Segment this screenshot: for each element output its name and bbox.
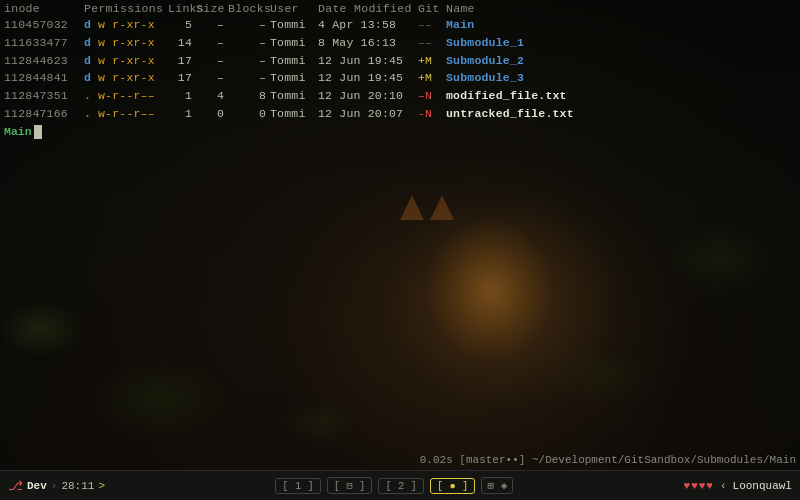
cell-date: 12 Jun 20:10 <box>318 87 418 105</box>
table-row: 112844841 d w r-xr-x 17 – – Tommi 12 Jun… <box>4 69 796 87</box>
cell-blocks: – <box>228 69 270 87</box>
cell-git: –– <box>418 34 446 52</box>
cell-links: 1 <box>168 105 196 123</box>
cell-size: – <box>196 69 228 87</box>
cell-perm: w r-xr-x <box>98 69 168 87</box>
branch-time: 28:11 <box>61 480 94 492</box>
cell-blocks: 0 <box>228 105 270 123</box>
cell-user: Tommi <box>270 87 318 105</box>
col-header-user: User <box>270 2 318 15</box>
cell-inode: 112844623 <box>4 52 84 70</box>
status-pill-1[interactable]: [ 1 ] <box>275 478 321 494</box>
cell-name: Main <box>446 16 474 34</box>
col-header-name: Name <box>446 2 475 15</box>
cell-type: d <box>84 34 98 52</box>
col-header-size: Size <box>196 2 228 15</box>
cell-blocks: – <box>228 52 270 70</box>
cell-git: +M <box>418 69 446 87</box>
col-header-git: Git <box>418 2 446 15</box>
branch-separator: › <box>51 480 58 492</box>
branch-icon: ⎇ <box>8 478 23 494</box>
cell-perm: w r-xr-x <box>98 34 168 52</box>
hearts-indicator: ♥♥♥♥ <box>684 480 714 492</box>
cell-user: Tommi <box>270 105 318 123</box>
cell-blocks: – <box>228 34 270 52</box>
cell-size: 0 <box>196 105 228 123</box>
cell-size: – <box>196 16 228 34</box>
col-header-links: Links <box>168 2 196 15</box>
terminal-content: inode Permissions Links Size Blocks User… <box>0 0 800 470</box>
status-bar-center: [ 1 ] [ ⊟ ] [ 2 ] [ ● ] ⊞ ◈ <box>275 477 513 494</box>
cell-inode: 112847351 <box>4 87 84 105</box>
branch-info: ⎇ Dev › 28:11 > <box>8 478 105 494</box>
cell-size: 4 <box>196 87 228 105</box>
cell-type: d <box>84 52 98 70</box>
status-bar-left: ⎇ Dev › 28:11 > <box>8 478 105 494</box>
cell-inode: 110457032 <box>4 16 84 34</box>
table-row: 112844623 d w r-xr-x 17 – – Tommi 12 Jun… <box>4 52 796 70</box>
cell-name: Submodule_1 <box>446 34 524 52</box>
table-header: inode Permissions Links Size Blocks User… <box>4 2 796 15</box>
table-row: 111633477 d w r-xr-x 14 – – Tommi 8 May … <box>4 34 796 52</box>
cell-name: Submodule_2 <box>446 52 524 70</box>
cell-links: 17 <box>168 69 196 87</box>
table-row: 112847166 . w-r--r–– 1 0 0 Tommi 12 Jun … <box>4 105 796 123</box>
hostname: Loonquawl <box>733 480 792 492</box>
col-header-blocks: Blocks <box>228 2 270 15</box>
cell-user: Tommi <box>270 16 318 34</box>
cell-user: Tommi <box>270 69 318 87</box>
cell-perm: w r-xr-x <box>98 16 168 34</box>
branch-arrow: > <box>98 480 105 492</box>
cell-user: Tommi <box>270 34 318 52</box>
cell-name: untracked_file.txt <box>446 105 574 123</box>
table-row: 110457032 d w r-xr-x 5 – – Tommi 4 Apr 1… <box>4 16 796 34</box>
cell-git: -N <box>418 105 446 123</box>
table-row: 112847351 . w-r--r–– 1 4 8 Tommi 12 Jun … <box>4 87 796 105</box>
status-pill-3[interactable]: [ 2 ] <box>378 478 424 494</box>
col-header-inode: inode <box>4 2 84 15</box>
cell-git: –N <box>418 87 446 105</box>
cell-size: – <box>196 52 228 70</box>
file-table-body: 110457032 d w r-xr-x 5 – – Tommi 4 Apr 1… <box>4 16 796 123</box>
cell-size: – <box>196 34 228 52</box>
cell-inode: 112844841 <box>4 69 84 87</box>
status-icon-group[interactable]: ⊞ ◈ <box>481 477 513 494</box>
prompt-directory: Main <box>4 125 32 138</box>
cell-type: . <box>84 105 98 123</box>
cell-links: 14 <box>168 34 196 52</box>
prompt-line: Main <box>4 125 796 139</box>
cell-date: 12 Jun 19:45 <box>318 52 418 70</box>
status-pill-4[interactable]: [ ● ] <box>430 478 476 494</box>
cell-name: modified_file.txt <box>446 87 567 105</box>
cell-date: 12 Jun 20:07 <box>318 105 418 123</box>
cell-git: –– <box>418 16 446 34</box>
col-header-date: Date Modified <box>318 2 418 15</box>
cell-git: +M <box>418 52 446 70</box>
cell-user: Tommi <box>270 52 318 70</box>
branch-name: Dev <box>27 480 47 492</box>
cell-date: 4 Apr 13:58 <box>318 16 418 34</box>
cell-name: Submodule_3 <box>446 69 524 87</box>
cell-links: 17 <box>168 52 196 70</box>
cell-type: d <box>84 69 98 87</box>
cell-links: 1 <box>168 87 196 105</box>
col-header-permissions: Permissions <box>84 2 168 15</box>
path-info-text: 0.02s [master••] ~/Development/GitSandbo… <box>420 454 796 466</box>
status-chevron: ‹ <box>720 480 727 492</box>
cell-perm: w-r--r–– <box>98 105 168 123</box>
cell-inode: 111633477 <box>4 34 84 52</box>
cell-links: 5 <box>168 16 196 34</box>
cell-date: 12 Jun 19:45 <box>318 69 418 87</box>
cell-type: d <box>84 16 98 34</box>
cell-inode: 112847166 <box>4 105 84 123</box>
status-pill-2[interactable]: [ ⊟ ] <box>327 477 373 494</box>
cell-blocks: – <box>228 16 270 34</box>
cell-blocks: 8 <box>228 87 270 105</box>
cell-perm: w-r--r–– <box>98 87 168 105</box>
cursor-block <box>34 125 42 139</box>
status-bar: ⎇ Dev › 28:11 > [ 1 ] [ ⊟ ] [ 2 ] [ ● ] … <box>0 470 800 500</box>
cell-date: 8 May 16:13 <box>318 34 418 52</box>
path-info-line: 0.02s [master••] ~/Development/GitSandbo… <box>420 454 796 466</box>
status-bar-right: ♥♥♥♥ ‹ Loonquawl <box>684 480 792 492</box>
cell-type: . <box>84 87 98 105</box>
